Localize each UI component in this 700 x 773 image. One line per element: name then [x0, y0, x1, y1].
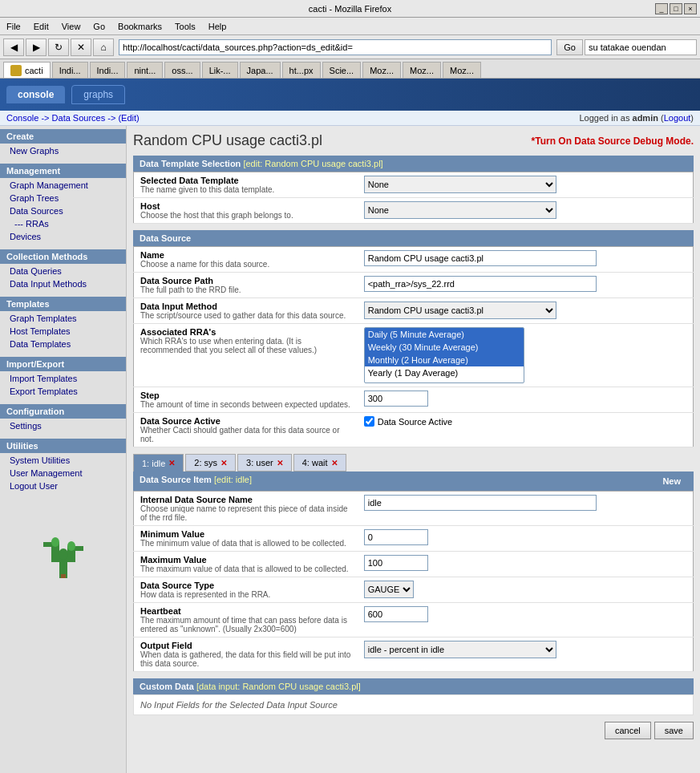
- heartbeat-input[interactable]: [364, 606, 428, 622]
- custom-data-edit-link[interactable]: [data input: Random CPU usage cacti3.pl]: [196, 682, 361, 691]
- ds-tab-sys-close[interactable]: ✕: [221, 459, 227, 467]
- menu-go[interactable]: Go: [87, 20, 111, 33]
- name-desc: Choose a name for this data source.: [140, 260, 351, 269]
- ds-item-edit-link[interactable]: [edit: idle]: [214, 475, 252, 484]
- search-box[interactable]: [585, 39, 697, 55]
- button-bar: cancel save: [133, 715, 694, 746]
- close-button[interactable]: ×: [684, 3, 697, 14]
- ds-type-label-cell: Data Source Type How data is represented…: [134, 577, 358, 603]
- home-button[interactable]: ⌂: [93, 38, 114, 56]
- sidebar-item-user-management[interactable]: User Management: [0, 467, 126, 480]
- menu-edit[interactable]: Edit: [27, 20, 55, 33]
- ds-tab-user-close[interactable]: ✕: [277, 459, 283, 467]
- menu-help[interactable]: Help: [202, 20, 233, 33]
- ds-tab-user[interactable]: 3: user ✕: [237, 454, 292, 471]
- active-checkbox[interactable]: [364, 416, 374, 427]
- tab-label: Japa...: [247, 66, 273, 75]
- sidebar-item-graph-management[interactable]: Graph Management: [0, 179, 126, 192]
- sidebar-item-new-graphs[interactable]: New Graphs: [0, 144, 126, 157]
- menu-bookmarks[interactable]: Bookmarks: [111, 20, 168, 33]
- maximize-button[interactable]: □: [670, 3, 682, 14]
- tab-nint[interactable]: nint...: [127, 62, 163, 78]
- ds-tab-idle[interactable]: 1: idle ✕: [133, 454, 184, 471]
- data-template-form: Selected Data Template The name given to…: [133, 172, 694, 224]
- console-tab[interactable]: console: [6, 86, 65, 103]
- stop-button[interactable]: ✕: [71, 38, 91, 56]
- sidebar-item-graph-trees[interactable]: Graph Trees: [0, 192, 126, 204]
- debug-mode-link[interactable]: *Turn On Data Source Debug Mode.: [532, 136, 694, 147]
- tab-moz2[interactable]: Moz...: [403, 62, 441, 78]
- breadcrumb: Console -> Data Sources -> (Edit): [6, 113, 140, 123]
- tab-label: Lik-...: [209, 66, 231, 75]
- sidebar-heading-configuration: Configuration: [0, 404, 126, 419]
- tab-oss[interactable]: oss...: [164, 62, 200, 78]
- menu-tools[interactable]: Tools: [168, 20, 202, 33]
- back-button[interactable]: ◀: [3, 38, 24, 56]
- tab-label: Scie...: [330, 66, 354, 75]
- ds-item-new-badge[interactable]: New: [656, 475, 687, 488]
- tab-indi2[interactable]: Indi...: [90, 62, 126, 78]
- breadcrumb-console[interactable]: Console: [6, 113, 38, 123]
- selected-data-template-desc: The name given to this data template.: [140, 185, 351, 194]
- save-button[interactable]: save: [654, 722, 694, 739]
- internal-name-input[interactable]: [364, 495, 597, 511]
- sidebar-item-data-sources[interactable]: Data Sources: [0, 204, 126, 217]
- host-select[interactable]: None: [364, 201, 556, 219]
- content-area: Random CPU usage cacti3.pl *Turn On Data…: [127, 126, 700, 773]
- internal-name-desc: Choose unique name to represent this pie…: [140, 504, 351, 522]
- sidebar-item-devices[interactable]: Devices: [0, 230, 126, 243]
- tab-moz3[interactable]: Moz...: [443, 62, 481, 78]
- name-input[interactable]: [364, 250, 597, 266]
- tab-indi1[interactable]: Indi...: [52, 62, 88, 78]
- sidebar-item-export-templates[interactable]: Export Templates: [0, 385, 126, 398]
- sidebar-item-system-utilities[interactable]: System Utilities: [0, 454, 126, 467]
- tab-cacti[interactable]: cacti: [3, 62, 51, 78]
- data-source-section: Data Source Name Choose a name for this …: [133, 230, 694, 447]
- sidebar-item-import-templates[interactable]: Import Templates: [0, 372, 126, 385]
- ds-tab-wait[interactable]: 4: wait ✕: [293, 454, 346, 471]
- address-bar[interactable]: [119, 39, 552, 55]
- go-button[interactable]: Go: [556, 39, 583, 55]
- sidebar-item-graph-templates[interactable]: Graph Templates: [0, 312, 126, 325]
- minimize-button[interactable]: _: [655, 3, 668, 14]
- reload-button[interactable]: ↻: [48, 38, 69, 56]
- menu-file[interactable]: File: [0, 20, 27, 33]
- tab-scie[interactable]: Scie...: [322, 62, 362, 78]
- min-value-input[interactable]: [364, 529, 428, 545]
- graphs-tab[interactable]: graphs: [71, 85, 125, 104]
- sidebar-item-rras[interactable]: --- RRAs: [0, 217, 126, 230]
- ds-type-select[interactable]: GAUGE: [364, 581, 414, 598]
- window-controls[interactable]: _ □ ×: [655, 3, 697, 14]
- input-method-input-cell: Random CPU usage cacti3.pl: [358, 298, 694, 324]
- tab-japa[interactable]: Japa...: [240, 62, 281, 78]
- menu-view[interactable]: View: [55, 20, 87, 33]
- forward-button[interactable]: ▶: [26, 38, 47, 56]
- tab-label: Moz...: [410, 66, 434, 75]
- sidebar-item-data-templates[interactable]: Data Templates: [0, 338, 126, 350]
- sidebar-item-logout-user[interactable]: Logout User: [0, 480, 126, 492]
- tab-lik[interactable]: Lik-...: [202, 62, 238, 78]
- sidebar-item-data-queries[interactable]: Data Queries: [0, 265, 126, 277]
- rra-select[interactable]: Daily (5 Minute Average) Weekly (30 Minu…: [364, 327, 524, 383]
- breadcrumb-datasources[interactable]: Data Sources: [52, 113, 106, 123]
- ds-tab-idle-close[interactable]: ✕: [168, 459, 175, 467]
- max-value-input[interactable]: [364, 555, 428, 571]
- selected-data-template-select[interactable]: None: [364, 176, 556, 193]
- logout-link[interactable]: Logout: [664, 113, 691, 123]
- sidebar-item-data-input-methods[interactable]: Data Input Methods: [0, 277, 126, 290]
- sidebar-item-settings[interactable]: Settings: [0, 419, 126, 432]
- tab-ht[interactable]: ht...px: [282, 62, 321, 78]
- data-template-edit-link[interactable]: [edit: Random CPU usage cacti3.pl]: [243, 159, 382, 168]
- active-checkbox-label: Data Source Active: [378, 417, 453, 427]
- ds-tab-wait-close[interactable]: ✕: [331, 459, 338, 467]
- step-input-cell: [358, 387, 694, 413]
- sidebar-item-host-templates[interactable]: Host Templates: [0, 325, 126, 338]
- ds-path-input[interactable]: [364, 276, 597, 292]
- cancel-button[interactable]: cancel: [605, 722, 651, 739]
- input-method-select[interactable]: Random CPU usage cacti3.pl: [364, 302, 556, 319]
- tab-moz1[interactable]: Moz...: [362, 62, 401, 78]
- svg-rect-2: [43, 542, 51, 547]
- step-input[interactable]: [364, 391, 428, 407]
- output-field-select[interactable]: idle - percent in idle: [364, 641, 556, 658]
- ds-tab-sys[interactable]: 2: sys ✕: [185, 454, 236, 471]
